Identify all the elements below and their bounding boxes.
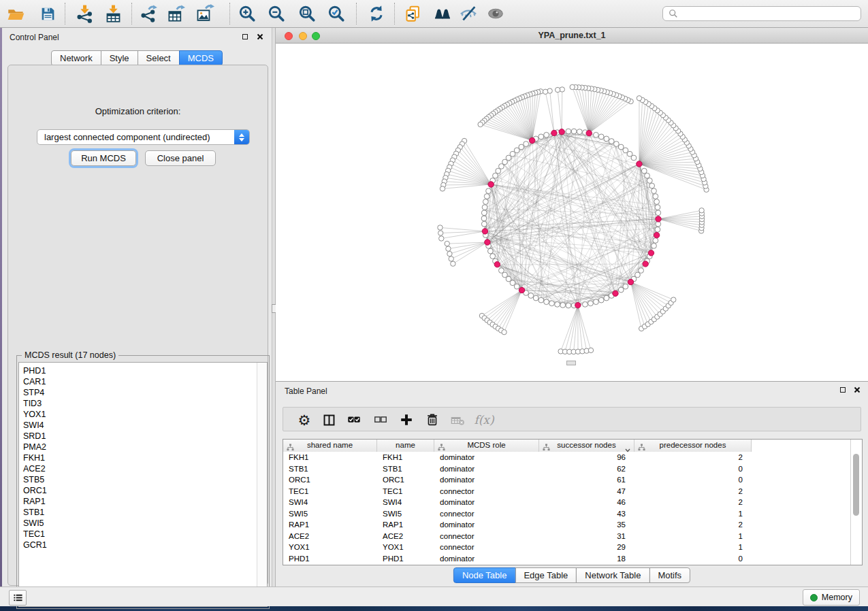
table-scrollbar[interactable]	[850, 440, 862, 565]
mcds-result-item[interactable]: TID3	[19, 398, 257, 409]
export-image-button[interactable]	[195, 3, 215, 24]
table-row[interactable]: RAP1RAP1dominator352	[283, 519, 851, 531]
table-row[interactable]: SWI5SWI5connector431	[283, 508, 851, 520]
column-header-MCDS-role[interactable]: MCDS role	[434, 440, 539, 452]
tab-node-table[interactable]: Node Table	[453, 567, 516, 583]
memory-button[interactable]: Memory	[803, 589, 860, 606]
mcds-result-item[interactable]: STB5	[19, 474, 257, 485]
search-input[interactable]	[681, 8, 861, 19]
network-window-titlebar[interactable]: YPA_prune.txt_1	[276, 28, 868, 44]
export-table-button[interactable]	[165, 3, 186, 24]
mcds-result-item[interactable]: CAR1	[19, 376, 257, 387]
main-toolbar	[0, 0, 868, 28]
delete-table-button[interactable]	[447, 410, 468, 430]
application-window: Control Panel NetworkStyleSelectMCDS Opt…	[0, 0, 868, 611]
table-cell: ACE2	[283, 531, 377, 542]
save-session-button[interactable]	[37, 3, 58, 24]
show-columns-button[interactable]	[319, 410, 339, 430]
close-panel-button[interactable]	[255, 32, 265, 42]
import-network-button[interactable]	[74, 3, 95, 24]
mcds-result-groupbox: MCDS result (17 nodes) PHD1CAR1STP4TID3Y…	[16, 355, 270, 609]
tab-mcds[interactable]: MCDS	[179, 50, 223, 66]
node-table-header: shared namenameMCDS rolesuccessor nodesp…	[283, 440, 752, 452]
column-header-name[interactable]: name	[377, 440, 434, 452]
open-file-button[interactable]	[5, 3, 26, 24]
select-all-button[interactable]	[344, 410, 364, 430]
table-cell: TEC1	[283, 486, 377, 497]
table-settings-button[interactable]: ⚙	[294, 410, 315, 430]
export-network-button[interactable]	[138, 3, 159, 24]
mcds-result-item[interactable]: PMA2	[19, 442, 257, 452]
table-row[interactable]: PHD1PHD1dominator180	[283, 553, 851, 565]
copy-network-button[interactable]	[402, 3, 423, 24]
mcds-list-scrollbar[interactable]	[257, 363, 267, 606]
float-panel-button[interactable]	[240, 32, 250, 42]
search-field[interactable]	[662, 6, 861, 21]
mcds-result-item[interactable]: SWI5	[19, 518, 257, 529]
import-table-button[interactable]	[103, 3, 123, 24]
network-canvas[interactable]	[276, 44, 868, 381]
table-cell: 0	[634, 463, 752, 475]
float-table-panel-button[interactable]	[838, 385, 848, 395]
mcds-result-item[interactable]: SWI4	[19, 420, 257, 431]
table-cell: SWI5	[377, 508, 434, 520]
table-row[interactable]: TEC1TEC1connector472	[283, 486, 851, 497]
column-header-successor-nodes[interactable]: successor nodes	[539, 440, 634, 452]
mcds-result-item[interactable]: SRD1	[19, 431, 257, 442]
zoom-out-button[interactable]	[266, 3, 287, 24]
mcds-result-item[interactable]: YOX1	[19, 409, 257, 420]
add-column-button[interactable]	[396, 410, 417, 430]
tab-network[interactable]: Network	[51, 50, 101, 66]
mcds-result-item[interactable]: TEC1	[19, 529, 257, 540]
delete-column-button[interactable]	[422, 410, 443, 430]
column-header-label: shared name	[283, 441, 376, 449]
task-history-button[interactable]	[9, 590, 27, 606]
first-neighbors-button[interactable]	[432, 3, 453, 24]
table-row[interactable]: SWI4SWI4dominator462	[283, 497, 851, 508]
run-mcds-button[interactable]: Run MCDS	[71, 150, 136, 166]
network-graph[interactable]	[276, 44, 868, 381]
table-row[interactable]: FKH1FKH1dominator962	[283, 452, 851, 463]
horizontal-splitter-handle[interactable]	[566, 361, 576, 365]
tab-network-table[interactable]: Network Table	[576, 567, 649, 583]
refresh-layout-button[interactable]	[366, 3, 387, 24]
table-row[interactable]: STB1STB1dominator620	[283, 463, 851, 475]
mcds-result-item[interactable]: STB1	[19, 507, 257, 518]
tab-style[interactable]: Style	[101, 50, 138, 66]
mcds-result-item[interactable]: GCR1	[19, 540, 257, 550]
dropdown-stepper-icon	[234, 130, 249, 144]
close-table-panel-button[interactable]	[852, 385, 862, 395]
zoom-fit-button[interactable]	[297, 3, 317, 24]
tab-select[interactable]: Select	[138, 50, 180, 66]
column-header-predecessor-nodes[interactable]: predecessor nodes	[634, 440, 752, 452]
column-header-label: predecessor nodes	[634, 441, 751, 449]
zoom-in-button[interactable]	[237, 3, 257, 24]
table-scrollbar-thumb[interactable]	[853, 454, 859, 516]
mcds-result-item[interactable]: ACE2	[19, 463, 257, 474]
tab-edge-table[interactable]: Edge Table	[515, 567, 577, 583]
export-network-icon	[140, 5, 158, 23]
column-header-shared-name[interactable]: shared name	[283, 440, 377, 452]
floppy-disk-icon	[39, 5, 57, 22]
status-bar: Memory	[0, 587, 868, 606]
mcds-result-item[interactable]: ORC1	[19, 485, 257, 496]
table-cell: 43	[539, 508, 634, 520]
table-row[interactable]: YOX1YOX1connector291	[283, 542, 851, 553]
function-builder-button[interactable]: f(x)	[474, 410, 494, 430]
show-all-button[interactable]	[485, 3, 506, 24]
tab-motifs[interactable]: Motifs	[649, 567, 690, 583]
import-table-icon	[104, 5, 123, 23]
hide-selected-button[interactable]	[458, 3, 479, 24]
mcds-result-item[interactable]: STP4	[19, 387, 257, 398]
close-panel-button-mcds[interactable]: Close panel	[145, 150, 216, 166]
import-network-icon	[76, 5, 94, 23]
deselect-all-button[interactable]	[370, 410, 391, 430]
zoom-selected-button[interactable]	[326, 3, 347, 24]
optimization-criterion-select[interactable]: largest connected component (undirected)	[37, 129, 250, 145]
mcds-result-item[interactable]: FKH1	[19, 452, 257, 463]
mcds-result-item[interactable]: PHD1	[19, 365, 257, 376]
mcds-result-item[interactable]: RAP1	[19, 496, 257, 507]
table-cell: 35	[539, 519, 634, 531]
table-row[interactable]: ACE2ACE2connector311	[283, 531, 851, 542]
table-row[interactable]: ORC1ORC1dominator610	[283, 474, 851, 486]
